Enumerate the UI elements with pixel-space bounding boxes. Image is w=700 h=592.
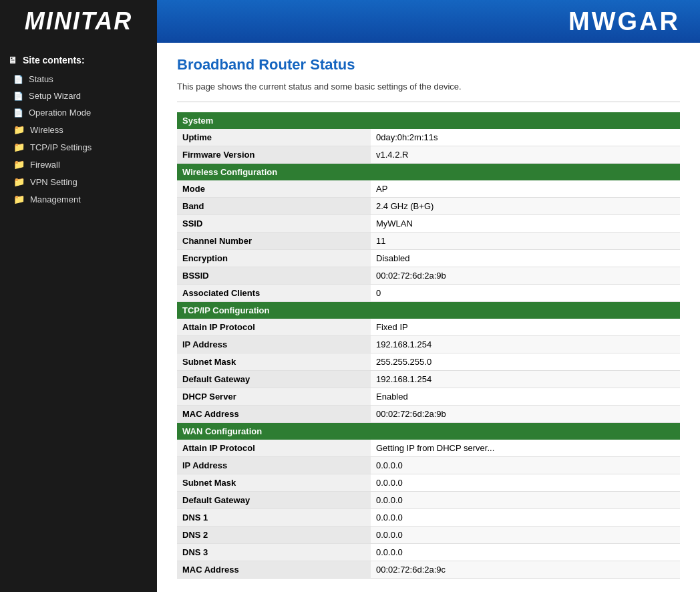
folder-icon [13, 124, 25, 135]
row-label: Default Gateway [177, 371, 371, 388]
table-row: Band2.4 GHz (B+G) [177, 198, 680, 215]
row-value: 2.4 GHz (B+G) [371, 198, 680, 215]
row-label: IP Address [177, 457, 371, 474]
table-row: DNS 10.0.0.0 [177, 509, 680, 527]
page-icon [13, 108, 23, 118]
sidebar-item-firewall[interactable]: Firewall [0, 156, 157, 173]
row-label: Subnet Mask [177, 353, 371, 371]
table-row: Associated Clients0 [177, 285, 680, 302]
table-row: Attain IP ProtocolGetting IP from DHCP s… [177, 440, 680, 457]
divider [177, 102, 680, 102]
table-row: Uptime0day:0h:2m:11s [177, 129, 680, 146]
sidebar-item-label: Management [30, 194, 81, 204]
row-label: MAC Address [177, 406, 371, 423]
row-value: MyWLAN [371, 215, 680, 233]
sidebar-item-tcpip-settings[interactable]: TCP/IP Settings [0, 138, 157, 156]
logo-area: MINITAR [0, 0, 157, 43]
sidebar-item-label: VPN Setting [30, 177, 77, 187]
sidebar-item-label: TCP/IP Settings [30, 142, 92, 152]
row-value: AP [371, 180, 680, 198]
row-label: SSID [177, 215, 371, 233]
brand-text: MWGAR [568, 7, 680, 36]
sidebar-item-label: Firewall [30, 160, 60, 170]
sidebar-item-label: Wireless [30, 125, 63, 135]
table-row: Default Gateway192.168.1.254 [177, 371, 680, 388]
row-value: 11 [371, 233, 680, 250]
folder-icon [13, 159, 25, 170]
row-value: 0.0.0.0 [371, 492, 680, 509]
row-label: Attain IP Protocol [177, 440, 371, 457]
row-value: 192.168.1.254 [371, 336, 680, 353]
row-value: 00:02:72:6d:2a:9b [371, 406, 680, 423]
row-value: 255.255.255.0 [371, 353, 680, 371]
row-value: Disabled [371, 250, 680, 267]
status-table: SystemUptime0day:0h:2m:11sFirmware Versi… [177, 112, 680, 579]
table-row: BSSID00:02:72:6d:2a:9b [177, 267, 680, 285]
table-row: DNS 20.0.0.0 [177, 527, 680, 544]
table-row: EncryptionDisabled [177, 250, 680, 267]
sidebar-item-wireless[interactable]: Wireless [0, 121, 157, 138]
row-label: Associated Clients [177, 285, 371, 302]
sidebar: 🖥 Site contents: StatusSetup WizardOpera… [0, 43, 157, 592]
table-row: Firmware Versionv1.4.2.R [177, 146, 680, 164]
row-value: Enabled [371, 388, 680, 406]
table-row: Attain IP ProtocolFixed IP [177, 319, 680, 336]
sidebar-item-setup-wizard[interactable]: Setup Wizard [0, 88, 157, 104]
section-header: System [177, 112, 680, 129]
row-value: Fixed IP [371, 319, 680, 336]
folder-icon [13, 176, 25, 187]
page-icon [13, 91, 23, 101]
brand-area: MWGAR [157, 0, 700, 43]
row-label: DNS 2 [177, 527, 371, 544]
folder-icon [13, 194, 25, 204]
row-value: Getting IP from DHCP server... [371, 440, 680, 457]
sidebar-item-label: Status [29, 74, 53, 84]
table-row: DNS 30.0.0.0 [177, 544, 680, 561]
row-label: DHCP Server [177, 388, 371, 406]
section-header: TCP/IP Configuration [177, 302, 680, 319]
row-label: Band [177, 198, 371, 215]
row-label: Attain IP Protocol [177, 319, 371, 336]
row-label: Uptime [177, 129, 371, 146]
row-value: 0 [371, 285, 680, 302]
row-label: IP Address [177, 336, 371, 353]
table-row: Default Gateway0.0.0.0 [177, 492, 680, 509]
table-row: DHCP ServerEnabled [177, 388, 680, 406]
sidebar-item-status[interactable]: Status [0, 71, 157, 88]
row-label: MAC Address [177, 561, 371, 579]
monitor-icon: 🖥 [8, 55, 17, 65]
row-label: DNS 1 [177, 509, 371, 527]
logo-text: MINITAR [25, 7, 132, 35]
row-label: Firmware Version [177, 146, 371, 164]
sidebar-title: 🖥 Site contents: [0, 49, 157, 71]
row-value: 192.168.1.254 [371, 371, 680, 388]
row-label: Default Gateway [177, 492, 371, 509]
row-value: 00:02:72:6d:2a:9c [371, 561, 680, 579]
table-row: ModeAP [177, 180, 680, 198]
header: MINITAR MWGAR [0, 0, 700, 43]
sidebar-nav: StatusSetup WizardOperation ModeWireless… [0, 71, 157, 208]
page-title: Broadband Router Status [177, 56, 680, 73]
table-row: Subnet Mask255.255.255.0 [177, 353, 680, 371]
page-desc: This page shows the current status and s… [177, 82, 680, 92]
row-value: v1.4.2.R [371, 146, 680, 164]
table-row: MAC Address00:02:72:6d:2a:9b [177, 406, 680, 423]
row-value: 0.0.0.0 [371, 544, 680, 561]
row-label: Channel Number [177, 233, 371, 250]
sidebar-item-management[interactable]: Management [0, 190, 157, 208]
table-row: IP Address192.168.1.254 [177, 336, 680, 353]
row-value: 0day:0h:2m:11s [371, 129, 680, 146]
section-header: WAN Configuration [177, 423, 680, 440]
row-value: 00:02:72:6d:2a:9b [371, 267, 680, 285]
folder-icon [13, 142, 25, 152]
table-row: IP Address0.0.0.0 [177, 457, 680, 474]
row-value: 0.0.0.0 [371, 457, 680, 474]
row-value: 0.0.0.0 [371, 509, 680, 527]
sidebar-item-operation-mode[interactable]: Operation Mode [0, 104, 157, 121]
sidebar-item-label: Setup Wizard [29, 91, 81, 101]
row-label: Mode [177, 180, 371, 198]
table-row: MAC Address00:02:72:6d:2a:9c [177, 561, 680, 579]
sidebar-item-vpn-setting[interactable]: VPN Setting [0, 173, 157, 190]
main-content: Broadband Router Status This page shows … [157, 43, 700, 592]
row-value: 0.0.0.0 [371, 474, 680, 492]
